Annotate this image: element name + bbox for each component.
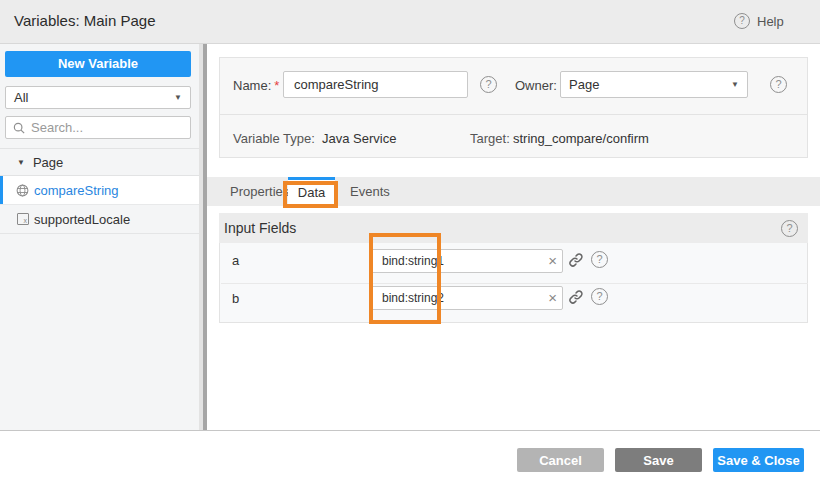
param-help-icon[interactable]: ? bbox=[591, 288, 608, 305]
java-service-icon bbox=[16, 184, 29, 197]
bind-input-a[interactable] bbox=[371, 249, 563, 273]
variable-summary-card: Name:* ? Owner:* Page ▼ ? Variable Type:… bbox=[219, 57, 808, 158]
chevron-down-icon: ▼ bbox=[174, 93, 182, 102]
tree-item-supportedlocale[interactable]: x supportedLocale bbox=[0, 205, 199, 234]
selection-indicator bbox=[0, 176, 3, 204]
tree-group-label: Page bbox=[33, 155, 63, 170]
param-label-b: b bbox=[232, 291, 239, 306]
tree-item-label: compareString bbox=[34, 183, 119, 198]
filter-selected-value: All bbox=[14, 90, 28, 105]
input-fields-title: Input Fields bbox=[224, 220, 296, 236]
tab-data[interactable]: Data bbox=[288, 177, 335, 206]
bind-link-icon[interactable] bbox=[568, 252, 584, 268]
variable-icon: x bbox=[17, 213, 29, 225]
variables-dialog: Variables: Main Page ? Help New Variable… bbox=[0, 0, 820, 490]
owner-label: Owner:* bbox=[515, 78, 565, 93]
new-variable-button[interactable]: New Variable bbox=[5, 51, 191, 77]
owner-help-icon[interactable]: ? bbox=[770, 76, 787, 93]
input-fields-header: Input Fields ? bbox=[219, 213, 808, 243]
input-fields-body: a × ? b × ? bbox=[219, 243, 808, 323]
help-question-icon: ? bbox=[734, 13, 750, 29]
name-label: Name:* bbox=[233, 78, 279, 93]
bind-link-icon[interactable] bbox=[568, 289, 584, 305]
save-button[interactable]: Save bbox=[615, 448, 702, 472]
tree-expander-icon[interactable]: ▼ bbox=[17, 158, 25, 167]
chevron-down-icon: ▼ bbox=[731, 80, 739, 89]
variables-sidebar: New Variable All ▼ ▼ Page bbox=[0, 44, 199, 430]
page-title: Variables: Main Page bbox=[14, 12, 155, 29]
variable-type-value: Java Service bbox=[322, 131, 396, 146]
required-asterisk: * bbox=[274, 78, 279, 93]
variable-search[interactable] bbox=[5, 116, 191, 139]
param-label-a: a bbox=[232, 253, 239, 268]
tree-group-page[interactable]: ▼ Page bbox=[0, 148, 199, 176]
param-help-icon[interactable]: ? bbox=[591, 251, 608, 268]
owner-select[interactable]: Page ▼ bbox=[560, 71, 748, 98]
panel-splitter-scrollbar[interactable] bbox=[199, 44, 207, 430]
tab-properties[interactable]: Properties bbox=[230, 177, 289, 206]
card-divider bbox=[220, 114, 807, 115]
target-value: string_compare/confirm bbox=[513, 131, 649, 146]
name-input[interactable] bbox=[283, 71, 468, 98]
tree-item-label: supportedLocale bbox=[34, 212, 130, 227]
variable-filter-select[interactable]: All ▼ bbox=[5, 86, 191, 109]
variable-type-label: Variable Type: bbox=[233, 131, 315, 146]
tree-item-comparestring[interactable]: compareString bbox=[0, 176, 199, 205]
help-button[interactable]: ? Help bbox=[734, 13, 784, 29]
clear-icon[interactable]: × bbox=[548, 251, 557, 271]
name-help-icon[interactable]: ? bbox=[480, 76, 497, 93]
cancel-button[interactable]: Cancel bbox=[517, 448, 604, 472]
tab-events[interactable]: Events bbox=[350, 177, 390, 206]
bind-input-b[interactable] bbox=[371, 286, 563, 310]
owner-selected-value: Page bbox=[569, 77, 599, 92]
clear-icon[interactable]: × bbox=[548, 288, 557, 308]
dialog-header: Variables: Main Page ? Help bbox=[0, 0, 820, 44]
input-fields-help-icon[interactable]: ? bbox=[781, 220, 798, 237]
search-icon bbox=[13, 122, 25, 134]
row-divider bbox=[221, 283, 808, 284]
footer-divider bbox=[0, 430, 820, 431]
bind-field-b: × bbox=[371, 286, 563, 310]
target-label: Target: bbox=[470, 131, 510, 146]
search-input[interactable] bbox=[31, 120, 183, 135]
save-and-close-button[interactable]: Save & Close bbox=[713, 448, 804, 472]
help-label: Help bbox=[757, 14, 784, 29]
bind-field-a: × bbox=[371, 249, 563, 273]
